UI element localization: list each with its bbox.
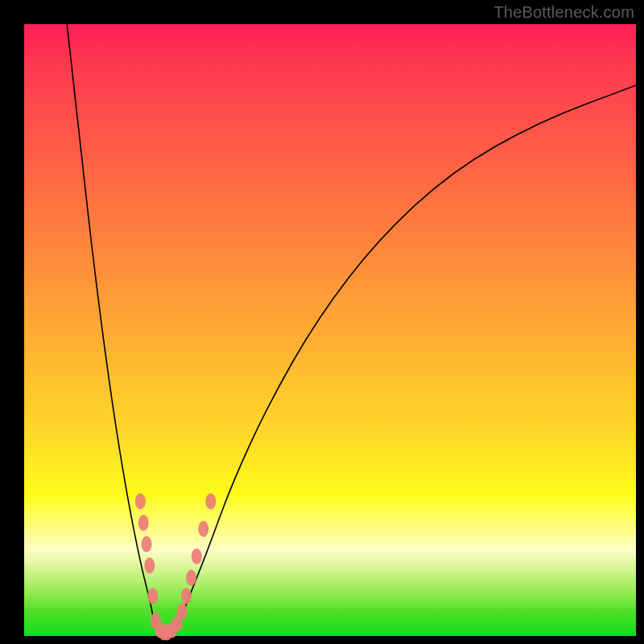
curve-marker: [142, 536, 152, 552]
bottleneck-curve: [67, 24, 636, 632]
watermark-text: TheBottleneck.com: [493, 3, 634, 22]
marker-group: [135, 493, 216, 641]
curve-marker: [144, 558, 155, 574]
curve-marker: [205, 493, 216, 510]
curve-marker: [192, 548, 202, 564]
curve-layer: [24, 24, 636, 636]
curve-marker: [186, 570, 196, 586]
curve-marker: [138, 514, 149, 530]
curve-marker: [147, 588, 158, 605]
curve-marker: [177, 604, 188, 620]
curve-marker: [135, 493, 146, 510]
plot-area: [24, 24, 636, 636]
chart-canvas: TheBottleneck.com: [0, 0, 644, 644]
curve-marker: [198, 521, 208, 537]
curve-marker: [181, 588, 192, 605]
